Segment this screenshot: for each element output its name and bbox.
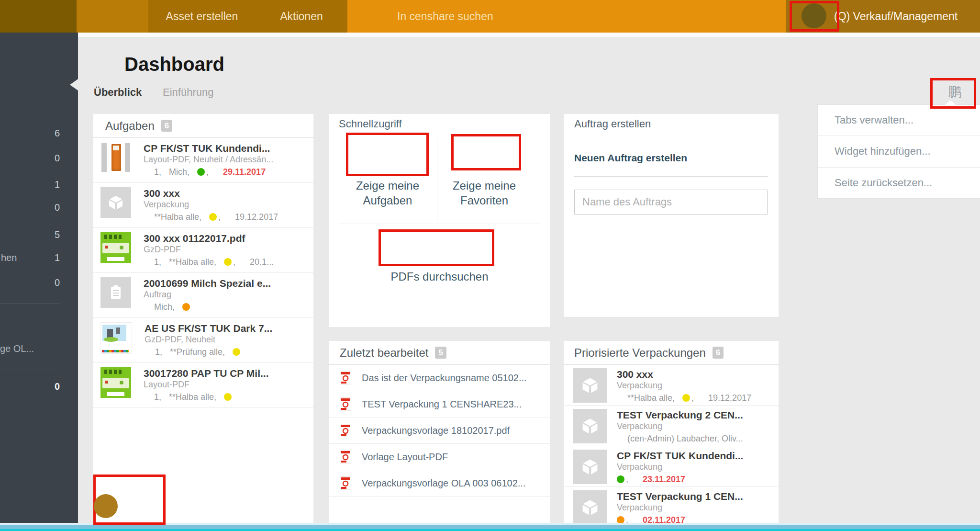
asset-title: TEST Verpackung 2 CEN... xyxy=(617,409,743,421)
menu-item-tabs-verwalten[interactable]: Tabs verwalten... xyxy=(818,105,980,136)
sidebar-count-6[interactable]: 0 xyxy=(55,276,60,289)
search-pdfs-button[interactable]: PDFs durchsuchen xyxy=(329,270,550,283)
recent-file-row-3[interactable]: Verpackungsvorlage 18102017.pdf xyxy=(329,418,550,444)
asset-subtitle: Verpackung xyxy=(617,421,743,432)
file-name: TEST Verpackung 1 CENSHARE23... xyxy=(362,399,522,410)
asset-thumbnail xyxy=(100,322,132,354)
asset-meta: 1, xyxy=(154,166,161,178)
asset-subtitle: Verpackung xyxy=(617,380,751,391)
actions-button[interactable]: Aktionen xyxy=(256,0,347,33)
aufgaben-widget: Aufgaben 6 CP FK/ST TUK Kundendi... Layo… xyxy=(93,114,313,525)
auftrag-name-input[interactable] xyxy=(574,190,768,215)
sidebar-count-5[interactable]: 1 xyxy=(55,251,60,264)
aufgaben-row-1[interactable]: CP FK/ST TUK Kundendi... Layout-PDF, Neu… xyxy=(93,138,313,183)
menu-item-seite-zuruecksetzen[interactable]: Seite zurücksetzen... xyxy=(818,167,980,198)
top-bar: Asset erstellen Aktionen In censhare suc… xyxy=(0,0,980,33)
sidebar-group-label[interactable]: ge OL... xyxy=(0,342,34,355)
asset-title: AE US FK/ST TUK Dark 7... xyxy=(145,322,272,334)
sidebar-count-0[interactable]: 6 xyxy=(55,127,60,139)
file-name: Verpackungsvorlage OLA 003 06102... xyxy=(362,478,525,489)
status-dot-icon xyxy=(197,168,205,176)
asset-title: CP FK/ST TUK Kundendi... xyxy=(144,142,273,154)
recent-file-row-1[interactable]: Das ist der Verpackungsname 05102... xyxy=(329,365,550,391)
priorisiert-row-1[interactable]: 300 xxx Verpackung **Halba alle, , 19.12… xyxy=(564,365,779,406)
bottom-left-button[interactable] xyxy=(94,494,118,518)
sidebar-count-3[interactable]: 0 xyxy=(55,201,60,214)
search-placeholder: In censhare suchen xyxy=(397,10,493,23)
aufgaben-row-6[interactable]: 30017280 PAP TU CP Mil... Layout-PDF 1, … xyxy=(93,363,313,408)
recent-file-row-5[interactable]: Verpackungsvorlage OLA 003 06102... xyxy=(329,470,550,497)
topbar-spacer xyxy=(77,0,149,33)
sidebar-divider xyxy=(0,303,60,304)
clipboard-icon xyxy=(100,277,131,308)
recent-file-row-4[interactable]: Vorlage Layout-PDF xyxy=(329,444,550,470)
asset-title: TEST Verpackung 1 CEN... xyxy=(617,490,743,502)
tab-einfuehrung[interactable]: Einführung xyxy=(163,86,213,99)
aufgaben-row-5[interactable]: AE US FK/ST TUK Dark 7... GzD-PDF, Neuhe… xyxy=(93,318,313,363)
aufgaben-row-4[interactable]: 20010699 Milch Spezial e... Auftrag Mich… xyxy=(93,273,313,318)
page-options-icon[interactable]: 鹏 xyxy=(948,83,961,101)
aufgaben-title: Aufgaben xyxy=(105,119,155,133)
asset-subtitle: GzD-PDF xyxy=(144,244,274,255)
file-name: Das ist der Verpackungsname 05102... xyxy=(362,373,527,384)
divider xyxy=(339,224,540,224)
show-my-favorites-button[interactable]: Zeige meine Favoriten xyxy=(436,178,532,208)
asset-subtitle: Auftrag xyxy=(144,289,271,300)
sidebar-count-1[interactable]: 0 xyxy=(55,152,60,164)
schnellzugriff-title: Schnellzugriff xyxy=(339,118,402,130)
file-name: Vorlage Layout-PDF xyxy=(362,452,448,463)
priorisiert-row-2[interactable]: TEST Verpackung 2 CEN... Verpackung (cen… xyxy=(564,406,779,446)
asset-subtitle: Verpackung xyxy=(144,199,278,210)
sidebar-collapse-notch[interactable] xyxy=(70,79,78,90)
show-my-tasks-button[interactable]: Zeige meine Aufgaben xyxy=(340,178,435,208)
sidebar-bottom-count[interactable]: 0 xyxy=(55,380,60,393)
label-line: Zeige meine xyxy=(340,178,435,193)
pdf-icon xyxy=(340,371,351,384)
asset-assignee: **Prüfung alle, xyxy=(170,346,225,358)
priorisiert-widget: Priorisierte Verpackungen 6 300 xxx Verp… xyxy=(564,341,779,525)
horizontal-scrollbar[interactable] xyxy=(0,523,980,531)
asset-subtitle: GzD-PDF, Neuheit xyxy=(145,334,272,345)
schnellzugriff-widget: Schnellzugriff Zeige meine Aufgaben Zeig… xyxy=(329,114,550,327)
create-asset-button[interactable]: Asset erstellen xyxy=(148,0,256,33)
asset-assignee: Mich, xyxy=(169,166,189,178)
due-date: 23.11.2017 xyxy=(643,474,685,485)
separator: , xyxy=(218,211,221,223)
asset-meta: 1, xyxy=(154,256,161,268)
asset-thumbnail xyxy=(100,232,131,263)
zuletzt-title: Zuletzt bearbeitet xyxy=(340,346,428,360)
priorisiert-row-3[interactable]: CP FK/ST TUK Kundendi... Verpackung , 23… xyxy=(564,446,779,487)
zuletzt-count-badge: 5 xyxy=(435,347,446,359)
auftrag-heading: Neuen Auftrag erstellen xyxy=(574,152,687,164)
page-options-menu: Tabs verwalten... Widget hinzufügen... S… xyxy=(817,104,980,199)
menu-item-widget-hinzufuegen[interactable]: Widget hinzufügen... xyxy=(818,136,980,167)
status-dot-icon xyxy=(233,348,240,356)
status-dot-icon xyxy=(682,394,690,402)
asset-assignee: **Halba alle, xyxy=(627,392,675,404)
pdf-icon xyxy=(340,450,351,463)
due-date: 19.12.2017 xyxy=(708,392,751,404)
asset-title: CP FK/ST TUK Kundendi... xyxy=(617,450,743,462)
sidebar-count-2[interactable]: 1 xyxy=(55,178,60,191)
due-date: 20.1... xyxy=(250,256,274,268)
aufgaben-row-3[interactable]: 300 xxx 01122017.pdf GzD-PDF 1, **Halba … xyxy=(93,228,313,273)
asset-assignee: Mich, xyxy=(154,301,175,313)
recent-file-row-2[interactable]: TEST Verpackung 1 CENSHARE23... xyxy=(329,391,550,418)
sidebar-divider xyxy=(0,369,60,369)
sidebar-count-4[interactable]: 5 xyxy=(55,228,60,241)
priorisiert-row-4[interactable]: TEST Verpackung 1 CEN... Verpackung , 02… xyxy=(564,487,779,525)
asset-thumbnail xyxy=(100,367,131,398)
aufgaben-row-2[interactable]: 300 xxx Verpackung **Halba alle, , 19.12… xyxy=(93,183,313,228)
topbar-logo-area[interactable] xyxy=(0,0,77,33)
search-bar[interactable]: In censhare suchen xyxy=(347,0,786,33)
avatar[interactable] xyxy=(802,3,826,28)
user-menu[interactable]: (Q) Verkauf/Management xyxy=(786,0,980,33)
asset-title: 300 xxx 01122017.pdf xyxy=(144,232,274,244)
label-line: Aufgaben xyxy=(340,193,435,208)
sidebar-item-label[interactable]: hen xyxy=(1,251,17,264)
zuletzt-widget: Zuletzt bearbeitet 5 Das ist der Verpack… xyxy=(329,341,550,525)
content-top-strip xyxy=(78,33,980,37)
tab-ueberblick[interactable]: Überblick xyxy=(94,86,142,99)
asset-subtitle: Layout-PDF xyxy=(144,379,268,390)
asset-assignee: **Halba alle, xyxy=(154,211,201,223)
